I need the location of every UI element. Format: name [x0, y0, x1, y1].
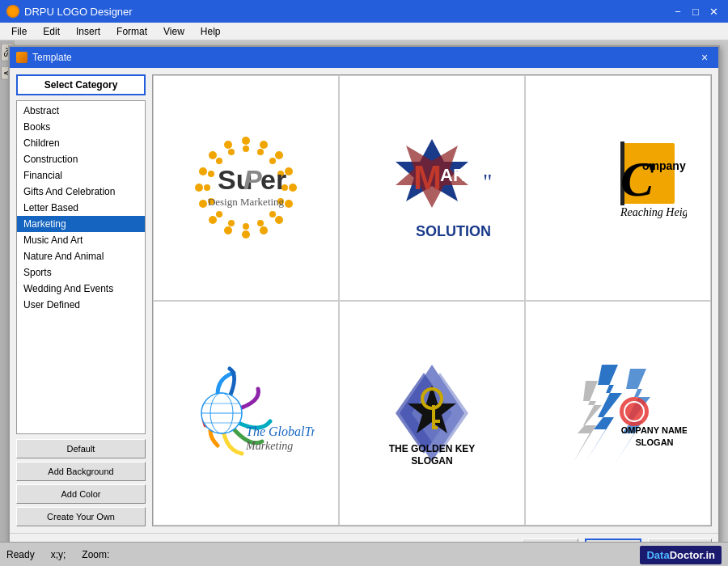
svg-point-25 — [243, 223, 249, 230]
svg-point-32 — [228, 149, 235, 155]
template-cell-5[interactable]: THE GOLDEN KEY SLOGAN — [339, 301, 525, 526]
status-ready: Ready — [6, 549, 35, 560]
template-svg-2: M ARKET SOLUTION " — [363, 131, 501, 244]
svg-text:er: er — [260, 164, 286, 195]
svg-point-1 — [242, 137, 250, 145]
menu-edit[interactable]: Edit — [35, 24, 68, 39]
svg-point-18 — [257, 149, 264, 155]
svg-text:SLOGAN: SLOGAN — [411, 455, 452, 467]
category-abstract[interactable]: Abstract — [17, 103, 145, 119]
svg-rect-62 — [432, 426, 438, 429]
svg-text:": " — [483, 169, 492, 194]
template-cell-2[interactable]: M ARKET SOLUTION " — [339, 75, 525, 301]
svg-point-12 — [199, 200, 207, 208]
svg-text:P: P — [243, 164, 262, 195]
action-buttons: Default Add Background Add Color Create … — [16, 439, 146, 526]
svg-text:SOLUTION: SOLUTION — [416, 223, 491, 239]
svg-point-3 — [275, 151, 283, 159]
status-zoom: Zoom: — [82, 549, 109, 560]
svg-text:ompany Name: ompany Name — [642, 159, 687, 172]
svg-point-31 — [216, 158, 222, 164]
template-cell-6[interactable]: OMPANY NAME SLOGAN — [525, 301, 711, 526]
template-svg-6: OMPANY NAME SLOGAN — [549, 357, 687, 470]
template-svg-3: C ompany Name Reaching Heighest — [549, 131, 687, 244]
svg-point-27 — [216, 211, 222, 218]
svg-text:Marketing: Marketing — [245, 440, 293, 452]
main-area: Sy A Template × Select Category Abstract… — [0, 40, 728, 566]
svg-text:Reaching Heighest: Reaching Heighest — [620, 206, 687, 218]
dialog-close-button[interactable]: × — [697, 50, 712, 65]
svg-point-6 — [285, 200, 293, 208]
svg-point-16 — [224, 141, 232, 149]
menu-bar: File Edit Insert Format View Help — [0, 23, 728, 40]
svg-text:Design Marketing: Design Marketing — [208, 196, 285, 208]
title-bar: DRPU LOGO Designer − □ ✕ — [0, 0, 728, 23]
category-user[interactable]: User Defined — [17, 297, 145, 313]
template-cell-3[interactable]: C ompany Name Reaching Heighest — [525, 75, 711, 301]
svg-point-29 — [204, 184, 210, 191]
template-grid: Su P er Design Marketing M — [152, 74, 712, 526]
svg-point-10 — [224, 226, 232, 234]
app-icon — [6, 5, 19, 18]
category-children[interactable]: Children — [17, 135, 145, 151]
menu-insert[interactable]: Insert — [68, 24, 108, 39]
left-panel: Select Category Abstract Books Children … — [16, 74, 146, 526]
close-button[interactable]: ✕ — [705, 3, 722, 19]
svg-rect-61 — [432, 420, 440, 423]
template-cell-1[interactable]: Su P er Design Marketing — [153, 75, 339, 301]
svg-point-11 — [209, 216, 217, 224]
svg-rect-60 — [432, 405, 435, 429]
category-list: Abstract Books Children Construction Fin… — [16, 100, 146, 434]
minimize-button[interactable]: − — [670, 3, 686, 19]
app-title: DRPU LOGO Designer — [24, 6, 133, 18]
svg-marker-67 — [574, 381, 602, 462]
category-gifts[interactable]: Gifts And Celebration — [17, 184, 145, 200]
svg-point-19 — [269, 158, 276, 164]
dialog-title-bar: Template × — [10, 47, 718, 68]
svg-point-30 — [208, 171, 214, 177]
category-wedding[interactable]: Wedding And Events — [17, 281, 145, 297]
create-your-own-button[interactable]: Create Your Own — [16, 507, 146, 526]
dialog-title-text: Template — [32, 52, 72, 63]
template-dialog: Template × Select Category Abstract Book… — [8, 45, 720, 566]
svg-point-5 — [289, 184, 297, 192]
dialog-icon — [16, 52, 28, 63]
svg-point-23 — [269, 211, 276, 218]
svg-point-7 — [275, 216, 283, 224]
svg-point-14 — [199, 167, 207, 175]
menu-format[interactable]: Format — [108, 24, 155, 39]
category-sports[interactable]: Sports — [17, 264, 145, 281]
template-svg-4: The GlobalTrend Marketing — [177, 357, 315, 470]
select-category-button[interactable]: Select Category — [16, 74, 146, 95]
template-cell-4[interactable]: The GlobalTrend Marketing — [153, 301, 339, 526]
category-construction[interactable]: Construction — [17, 151, 145, 167]
dialog-title-left: Template — [16, 52, 72, 63]
menu-file[interactable]: File — [3, 24, 35, 39]
category-marketing[interactable]: Marketing — [17, 216, 145, 232]
dialog-body: Select Category Abstract Books Children … — [10, 68, 718, 533]
svg-point-24 — [257, 220, 264, 226]
status-bar: Ready x;y; Zoom: DataDoctor.in — [0, 542, 728, 566]
menu-help[interactable]: Help — [193, 24, 229, 39]
svg-text:SLOGAN: SLOGAN — [635, 437, 673, 447]
maximize-button[interactable]: □ — [688, 3, 704, 19]
watermark: DataDoctor.in — [640, 546, 722, 564]
category-books[interactable]: Books — [17, 119, 145, 135]
category-music[interactable]: Music And Art — [17, 232, 145, 248]
status-position: x;y; — [51, 549, 66, 560]
svg-point-9 — [242, 230, 250, 239]
svg-point-2 — [260, 141, 268, 149]
svg-point-8 — [260, 226, 268, 234]
svg-point-17 — [243, 146, 249, 152]
svg-point-13 — [195, 184, 203, 192]
title-bar-controls: − □ ✕ — [670, 3, 722, 19]
category-nature[interactable]: Nature And Animal — [17, 248, 145, 264]
add-color-button[interactable]: Add Color — [16, 484, 146, 504]
category-letter[interactable]: Letter Based — [17, 200, 145, 216]
add-background-button[interactable]: Add Background — [16, 462, 146, 481]
default-button[interactable]: Default — [16, 439, 146, 458]
category-financial[interactable]: Financial — [17, 167, 145, 184]
svg-text:M: M — [413, 158, 442, 196]
menu-view[interactable]: View — [155, 24, 193, 39]
svg-point-15 — [209, 151, 217, 159]
